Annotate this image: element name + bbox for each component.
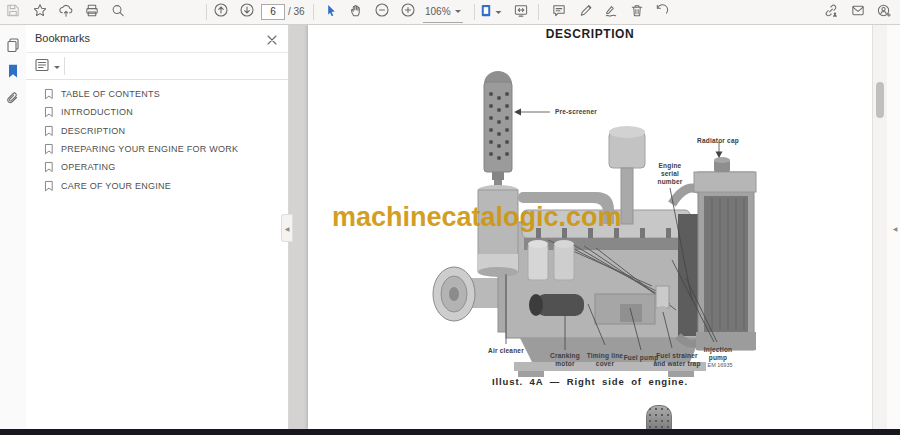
fit-page-icon — [479, 3, 494, 22]
toolbar-divider — [313, 4, 314, 20]
previous-page-button[interactable] — [213, 0, 229, 24]
chevron-down-icon — [54, 66, 60, 69]
scrollbar-thumb[interactable] — [876, 82, 884, 118]
pdf-viewer-window: 6 / 36 106% — [0, 0, 900, 435]
pencil-icon — [579, 3, 594, 22]
comment-button[interactable] — [552, 0, 567, 24]
undo-icon — [655, 3, 670, 22]
label-air-cleaner: Air cleaner — [488, 347, 524, 355]
plus-circle-icon — [400, 2, 416, 22]
label-cranking-motor: Cranking motor — [547, 352, 583, 368]
bookmark-item-label: INTRODUCTION — [61, 107, 133, 117]
save-button[interactable] — [6, 0, 21, 24]
share-link-button[interactable] — [824, 0, 839, 24]
label-fuel-strainer: Fuel strainer and water trap — [651, 352, 703, 368]
hand-tool-button[interactable] — [349, 0, 364, 24]
bookmark-outline-icon — [44, 180, 54, 192]
page-thumbnails-button[interactable] — [5, 37, 21, 53]
bookmark-icon — [5, 65, 21, 82]
minus-circle-icon — [374, 2, 390, 22]
account-person-icon — [877, 3, 892, 22]
zoom-level-dropdown[interactable]: 106% — [423, 1, 463, 23]
bookmarks-panel-title: Bookmarks — [35, 24, 90, 52]
page-number-input[interactable]: 6 — [261, 4, 285, 20]
bookmark-item-label: CARE OF YOUR ENGINE — [61, 181, 171, 191]
delete-button[interactable] — [630, 0, 645, 24]
bookmarks-panel-button[interactable] — [5, 63, 21, 79]
figure-caption: Illust. 4A — Right side of engine. — [308, 376, 872, 387]
print-button[interactable] — [85, 0, 100, 24]
comment-icon — [552, 3, 567, 22]
cloud-upload-icon — [59, 3, 74, 22]
taskbar-edge — [0, 429, 900, 435]
undo-button[interactable] — [655, 0, 670, 24]
search-button[interactable] — [111, 0, 126, 24]
bookmark-item-label: TABLE OF CONTENTS — [61, 89, 160, 99]
account-button[interactable] — [877, 0, 892, 24]
paperclip-icon — [5, 92, 21, 109]
bookmark-item[interactable]: INTRODUCTION — [26, 103, 288, 121]
upload-cloud-button[interactable] — [59, 0, 74, 24]
sign-button[interactable] — [604, 0, 619, 24]
save-icon — [6, 3, 21, 22]
toolbar-divider — [538, 4, 539, 20]
bookmark-outline-icon — [44, 88, 54, 100]
zoom-level-value: 106% — [425, 6, 451, 17]
label-injection-pump: Injection pump — [699, 346, 737, 362]
label-pre-screener: Pre-screener — [555, 108, 597, 116]
watermark-text: machinecatalogic.com — [332, 202, 622, 233]
bookmark-item[interactable]: TABLE OF CONTENTS — [26, 85, 288, 103]
toolbar-divider — [474, 4, 475, 20]
bookmark-outline-icon — [44, 143, 54, 155]
options-list-icon — [34, 57, 50, 77]
star-icon — [33, 3, 48, 22]
fit-width-icon — [514, 3, 529, 22]
zoom-out-button[interactable] — [374, 0, 390, 24]
bookmark-outline-icon — [44, 106, 54, 118]
bookmark-item-label: OPERATING — [61, 162, 116, 172]
label-timing-line-cover: Timing line cover — [584, 352, 626, 368]
bookmarks-panel-header: Bookmarks — [26, 24, 288, 52]
bookmark-item-label: DESCRIPTION — [61, 126, 125, 136]
collapse-left-panel-button[interactable]: ◀ — [281, 214, 293, 242]
left-icon-rail — [0, 24, 27, 429]
edit-pencil-button[interactable] — [579, 0, 594, 24]
top-toolbar: 6 / 36 106% — [0, 0, 900, 25]
close-panel-button[interactable] — [266, 32, 278, 44]
next-page-button[interactable] — [239, 0, 255, 24]
vertical-scrollbar[interactable] — [872, 24, 888, 429]
bookmark-item[interactable]: CARE OF YOUR ENGINE — [26, 176, 288, 194]
collapse-right-panel-button[interactable]: ◀ — [890, 215, 900, 241]
search-icon — [111, 3, 126, 22]
select-tool-button[interactable] — [324, 0, 339, 24]
bookmark-outline-icon — [44, 125, 54, 137]
label-engine-serial-number: Engine serial number — [650, 162, 690, 186]
fit-width-button[interactable] — [514, 0, 529, 24]
bookmarks-panel: Bookmarks TABLE OF CONTENTS INTRODUCTION… — [26, 24, 289, 429]
chevron-down-icon — [496, 11, 502, 14]
bookmark-item[interactable]: OPERATING — [26, 158, 288, 176]
page-count-label: / 36 — [288, 0, 305, 24]
bookmark-outline-icon — [44, 161, 54, 173]
email-button[interactable] — [851, 0, 866, 24]
bookmark-item-label: PREPARING YOUR ENGINE FOR WORK — [61, 144, 238, 154]
favorite-button[interactable] — [33, 0, 48, 24]
chevron-down-icon — [455, 10, 461, 13]
share-link-icon — [824, 3, 839, 22]
print-icon — [85, 3, 100, 22]
figure-code: EM 16935 — [707, 362, 732, 368]
label-radiator-cap: Radiator cap — [697, 137, 739, 145]
hand-icon — [349, 3, 364, 22]
envelope-icon — [851, 3, 866, 22]
zoom-in-button[interactable] — [400, 0, 416, 24]
bookmark-item[interactable]: PREPARING YOUR ENGINE FOR WORK — [26, 140, 288, 158]
bookmarks-list: TABLE OF CONTENTS INTRODUCTION DESCRIPTI… — [26, 80, 288, 195]
signature-pen-icon — [604, 3, 619, 22]
bookmarks-options-button[interactable] — [34, 57, 60, 77]
fit-page-dropdown[interactable] — [479, 0, 502, 24]
attachments-button[interactable] — [5, 90, 21, 106]
cursor-arrow-icon — [324, 3, 339, 22]
toolbar-divider — [206, 4, 207, 20]
bookmark-item[interactable]: DESCRIPTION — [26, 122, 288, 140]
bookmarks-options-row — [26, 52, 288, 80]
